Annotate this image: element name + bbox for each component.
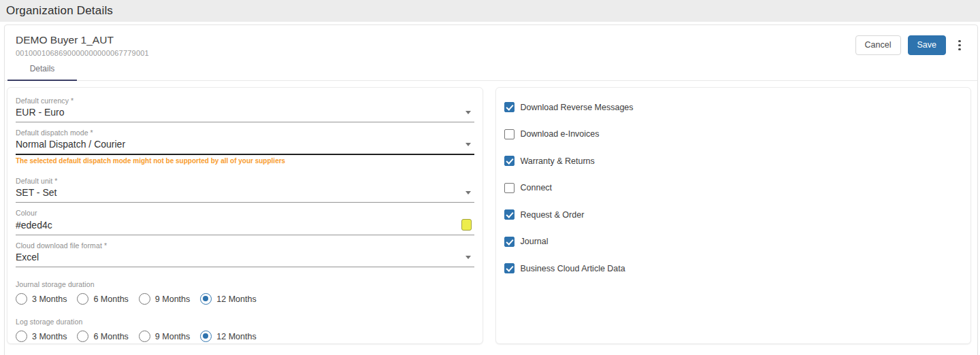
radio-row: 3 Months 6 Months 9 Months 12 Months: [16, 331, 474, 342]
page-title: Organization Details: [6, 4, 113, 18]
journal-checkbox[interactable]: Journal: [504, 237, 963, 247]
chevron-down-icon: [466, 111, 471, 114]
log-storage-duration-group: Log storage duration 3 Months 6 Months 9…: [16, 318, 474, 342]
default-currency-select[interactable]: EUR - Euro: [16, 105, 474, 122]
page-header: Organization Details: [0, 0, 980, 22]
checkbox-icon: [504, 209, 514, 220]
field-label: Default dispatch mode *: [16, 129, 474, 137]
radio-icon: [139, 293, 150, 305]
tab-bar: Details: [5, 61, 977, 81]
field-value: Excel: [16, 252, 39, 263]
radio-icon: [77, 293, 88, 305]
field-default-dispatch-mode: Default dispatch mode * Normal Dispatch …: [16, 129, 474, 171]
checkbox-icon: [504, 237, 514, 247]
card-actions: Cancel Save: [855, 35, 966, 55]
radio-log-3-months[interactable]: 3 Months: [16, 331, 67, 342]
field-default-unit: Default unit * SET - Set: [16, 177, 474, 203]
field-cloud-download-format: Cloud download file format * Excel: [16, 241, 474, 267]
cloud-download-format-select[interactable]: Excel: [16, 250, 474, 267]
radio-journal-6-months[interactable]: 6 Months: [77, 293, 128, 305]
field-value: Normal Dispatch / Courier: [16, 139, 125, 150]
cancel-button[interactable]: Cancel: [855, 35, 901, 55]
journal-storage-duration-group: Journal storage duration 3 Months 6 Mont…: [16, 280, 474, 305]
default-dispatch-mode-select[interactable]: Normal Dispatch / Courier: [16, 137, 474, 155]
radio-icon: [200, 293, 212, 305]
field-colour: Colour #eded4c: [16, 209, 474, 235]
radio-icon: [77, 331, 88, 342]
field-value: SET - Set: [16, 187, 56, 198]
radio-icon: [200, 331, 212, 342]
group-label: Journal storage duration: [16, 280, 474, 288]
dispatch-mode-warning: The selected default dispatch mode might…: [16, 155, 474, 171]
radio-icon: [16, 331, 27, 342]
radio-icon: [139, 331, 150, 342]
checkbox-icon: [504, 102, 514, 112]
card-content: Default currency * EUR - Euro Default di…: [5, 81, 977, 344]
chevron-down-icon: [466, 191, 471, 195]
radio-icon: [16, 293, 27, 305]
card-header: DEMO Buyer 1_AUT 00100010686900000000000…: [5, 25, 977, 61]
checkbox-icon: [504, 183, 514, 193]
colour-input[interactable]: #eded4c: [16, 217, 474, 235]
colour-swatch[interactable]: [461, 219, 472, 231]
organization-id: 0010001068690000000000067779001: [16, 49, 149, 57]
default-unit-select[interactable]: SET - Set: [16, 185, 474, 203]
field-value: EUR - Euro: [16, 107, 65, 118]
field-default-currency: Default currency * EUR - Euro: [16, 97, 474, 122]
radio-log-9-months[interactable]: 9 Months: [139, 331, 190, 342]
field-label: Default unit *: [16, 177, 474, 185]
field-value: #eded4c: [16, 220, 52, 231]
kebab-menu-icon[interactable]: [953, 37, 966, 53]
download-reverse-messages-checkbox[interactable]: Download Reverse Messages: [504, 102, 963, 112]
radio-journal-3-months[interactable]: 3 Months: [16, 293, 67, 305]
modules-panel: Download Reverse Messages Download e-Inv…: [495, 87, 972, 344]
checkbox-icon: [504, 156, 514, 166]
tab-details[interactable]: Details: [7, 61, 77, 81]
connect-checkbox[interactable]: Connect: [504, 183, 963, 193]
radio-row: 3 Months 6 Months 9 Months 12 Months: [16, 293, 474, 305]
group-label: Log storage duration: [16, 318, 474, 326]
field-label: Colour: [16, 209, 474, 217]
checkbox-icon: [504, 129, 514, 139]
organization-card: DEMO Buyer 1_AUT 00100010686900000000000…: [4, 24, 978, 355]
settings-panel: Default currency * EUR - Euro Default di…: [7, 87, 483, 344]
checkbox-icon: [504, 263, 514, 273]
chevron-down-icon: [466, 256, 471, 259]
download-e-invoices-checkbox[interactable]: Download e-Invoices: [504, 129, 963, 139]
chevron-down-icon: [466, 143, 471, 146]
radio-log-12-months[interactable]: 12 Months: [200, 331, 256, 342]
radio-log-6-months[interactable]: 6 Months: [77, 331, 128, 342]
tab-details-label: Details: [30, 64, 55, 73]
field-label: Cloud download file format *: [16, 241, 474, 250]
warranty-returns-checkbox[interactable]: Warranty & Returns: [504, 156, 963, 166]
organization-name: DEMO Buyer 1_AUT: [16, 34, 149, 46]
radio-journal-12-months[interactable]: 12 Months: [200, 293, 256, 305]
card-titles: DEMO Buyer 1_AUT 00100010686900000000000…: [16, 34, 149, 57]
radio-journal-9-months[interactable]: 9 Months: [139, 293, 190, 305]
request-order-checkbox[interactable]: Request & Order: [504, 209, 963, 220]
field-label: Default currency *: [16, 97, 474, 105]
save-button[interactable]: Save: [908, 35, 947, 55]
business-cloud-article-data-checkbox[interactable]: Business Cloud Article Data: [504, 263, 963, 273]
